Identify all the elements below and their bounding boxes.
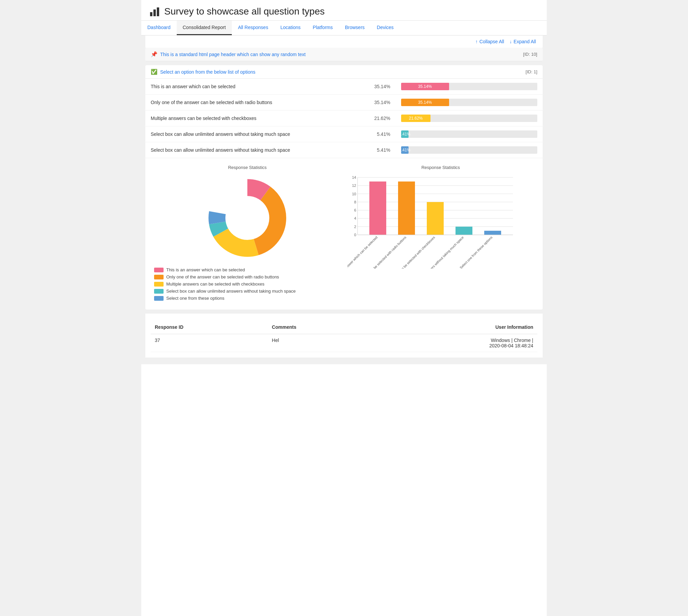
answer-label: This is an answer which can be selected bbox=[145, 79, 364, 95]
bar-container: 35.14% bbox=[401, 99, 537, 106]
tab-browsers[interactable]: Browsers bbox=[339, 21, 371, 35]
col-user-info: User Information bbox=[371, 322, 537, 334]
answer-pct: 21.62% bbox=[364, 110, 396, 126]
bar-segment bbox=[456, 227, 472, 235]
col-comments: Comments bbox=[268, 322, 372, 334]
answer-row: Select box can allow unlimited answers w… bbox=[145, 142, 543, 158]
collapse-all-button[interactable]: Collapse All bbox=[475, 39, 504, 44]
app-header: Survey to showcase all question types bbox=[141, 0, 547, 21]
svg-text:0: 0 bbox=[354, 233, 356, 237]
legend-color bbox=[154, 275, 163, 280]
legend-label: This is an answer which can be selected bbox=[166, 267, 245, 272]
answer-pct: 35.14% bbox=[364, 95, 396, 110]
bar-fill: 35.14% bbox=[401, 83, 449, 90]
nav-tabs: Dashboard Consolidated Report All Respon… bbox=[141, 21, 547, 36]
svg-rect-2 bbox=[157, 7, 159, 16]
answer-bar-cell: 5.41% bbox=[396, 142, 543, 158]
bar-container: 5.41% bbox=[401, 146, 537, 154]
legend: This is an answer which can be selected … bbox=[151, 267, 344, 301]
legend-item: This is an answer which can be selected bbox=[154, 267, 341, 272]
svg-text:4: 4 bbox=[354, 216, 356, 220]
answer-bar-cell: 35.14% bbox=[396, 79, 543, 95]
legend-color bbox=[154, 296, 163, 301]
section-header-left: 📌 This is a standard html page header wh… bbox=[151, 51, 306, 58]
tab-locations[interactable]: Locations bbox=[274, 21, 307, 35]
legend-label: Select box can allow unlimited answers w… bbox=[166, 289, 296, 294]
donut-chart-container: Response Statistics bbox=[151, 165, 344, 303]
svg-text:Select one from these options: Select one from these options bbox=[459, 236, 493, 269]
svg-text:12: 12 bbox=[352, 183, 356, 188]
bar-container: 5.41% bbox=[401, 130, 537, 138]
bar-fill: 21.62% bbox=[401, 114, 430, 122]
svg-text:This is an answer which can be: This is an answer which can be selected bbox=[347, 236, 378, 269]
svg-rect-0 bbox=[150, 12, 152, 16]
legend-item: Only one of the answer can be selected w… bbox=[154, 274, 341, 280]
bar-fill: 5.41% bbox=[401, 146, 408, 154]
bar-fill: 5.41% bbox=[401, 130, 408, 138]
legend-item: Multiple answers can be selected with ch… bbox=[154, 282, 341, 287]
bar-fill: 35.14% bbox=[401, 99, 449, 106]
legend-label: Select one from these options bbox=[166, 296, 224, 301]
answer-label: Multiple answers can be selected with ch… bbox=[145, 110, 364, 126]
bar-container: 21.62% bbox=[401, 114, 537, 122]
answer-pct: 5.41% bbox=[364, 142, 396, 158]
tab-devices[interactable]: Devices bbox=[371, 21, 400, 35]
bar-chart-area: 02468101214This is an answer which can b… bbox=[344, 174, 537, 270]
svg-text:14: 14 bbox=[352, 175, 356, 179]
tab-dashboard[interactable]: Dashboard bbox=[141, 21, 177, 35]
answer-label: Select box can allow unlimited answers w… bbox=[145, 142, 364, 158]
svg-text:6: 6 bbox=[354, 208, 356, 212]
response-user-info: Windows | Chrome |2020-08-04 18:48:24 bbox=[371, 334, 537, 352]
page-title: Survey to showcase all question types bbox=[164, 6, 325, 17]
tab-platforms[interactable]: Platforms bbox=[307, 21, 339, 35]
svg-text:2: 2 bbox=[354, 225, 356, 229]
answer-pct: 35.14% bbox=[364, 79, 396, 95]
legend-label: Only one of the answer can be selected w… bbox=[166, 274, 279, 280]
section-header-block: 📌 This is a standard html page header wh… bbox=[145, 48, 543, 61]
main-content: Collapse All Expand All 📌 This is a stan… bbox=[141, 36, 547, 364]
bar-segment bbox=[484, 231, 501, 235]
answer-row: Only one of the answer can be selected w… bbox=[145, 95, 543, 110]
legend-item: Select box can allow unlimited answers w… bbox=[154, 289, 341, 294]
response-section: Response ID Comments User Information 37… bbox=[145, 313, 543, 357]
col-response-id: Response ID bbox=[151, 322, 268, 334]
tab-all-responses[interactable]: All Responses bbox=[232, 21, 274, 35]
chart-icon bbox=[149, 6, 160, 17]
app-container: Survey to showcase all question types Da… bbox=[141, 0, 547, 616]
toolbar: Collapse All Expand All bbox=[145, 36, 543, 48]
legend-item: Select one from these options bbox=[154, 296, 341, 301]
expand-icon bbox=[510, 39, 512, 44]
svg-text:10: 10 bbox=[352, 192, 356, 196]
svg-text:Only one of the answer can be : Only one of the answer can be selected w… bbox=[347, 236, 407, 269]
bar-chart-title: Response Statistics bbox=[344, 165, 537, 170]
donut-wrapper bbox=[151, 174, 344, 262]
answer-row: Select box can allow unlimited answers w… bbox=[145, 126, 543, 142]
answer-bar-cell: 21.62% bbox=[396, 110, 543, 126]
bar-segment bbox=[369, 181, 386, 235]
expand-all-button[interactable]: Expand All bbox=[510, 39, 536, 44]
svg-point-8 bbox=[227, 198, 268, 238]
answer-label: Select box can allow unlimited answers w… bbox=[145, 126, 364, 142]
question-header-left: ✅ Select an option from the below list o… bbox=[151, 69, 256, 75]
question-header: ✅ Select an option from the below list o… bbox=[145, 65, 543, 79]
bar-chart-svg: 02468101214This is an answer which can b… bbox=[347, 174, 516, 269]
answer-row: This is an answer which can be selected … bbox=[145, 79, 543, 95]
bar-chart-container: Response Statistics 02468101214This is a… bbox=[344, 165, 537, 270]
answers-table: This is an answer which can be selected … bbox=[145, 79, 543, 158]
answer-row: Multiple answers can be selected with ch… bbox=[145, 110, 543, 126]
section-id: [ID: 10] bbox=[523, 52, 537, 57]
answer-bar-cell: 5.41% bbox=[396, 126, 543, 142]
tab-consolidated-report[interactable]: Consolidated Report bbox=[177, 21, 232, 35]
response-row: 37 Hel Windows | Chrome |2020-08-04 18:4… bbox=[151, 334, 537, 352]
response-id: 37 bbox=[151, 334, 268, 352]
pin-icon: 📌 bbox=[151, 51, 157, 58]
question-block: ✅ Select an option from the below list o… bbox=[145, 65, 543, 309]
question-id: [ID: 1] bbox=[526, 69, 537, 74]
legend-label: Multiple answers can be selected with ch… bbox=[166, 282, 264, 287]
svg-text:8: 8 bbox=[354, 200, 356, 204]
bar-container: 35.14% bbox=[401, 83, 537, 90]
donut-chart-svg bbox=[203, 174, 291, 262]
legend-color bbox=[154, 289, 163, 294]
answer-bar-cell: 35.14% bbox=[396, 95, 543, 110]
check-circle-icon: ✅ bbox=[151, 69, 157, 75]
